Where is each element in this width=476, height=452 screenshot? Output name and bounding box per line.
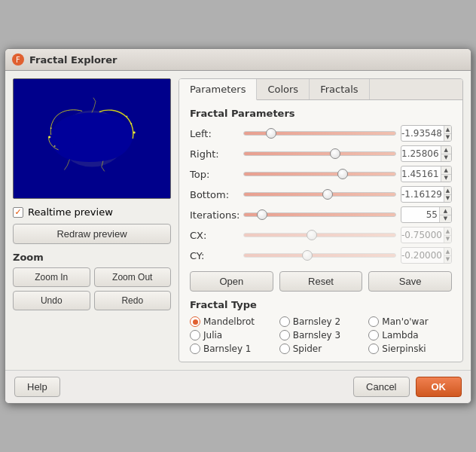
param-spinbox[interactable]: 55▲▼ [401,206,452,223]
tab-colors[interactable]: Colors [257,79,310,99]
param-label: CX: [190,230,239,241]
param-spinbox: -0.20000▲▼ [401,247,452,264]
spinbox-down-arrow[interactable]: ▼ [440,215,451,223]
bottom-bar: Help Cancel OK [5,370,471,403]
param-label: Bottom: [190,189,239,200]
radio-button[interactable] [279,344,290,354]
fractal-preview [13,78,171,199]
spinbox-up-arrow[interactable]: ▲ [444,187,451,195]
radio-button[interactable] [368,344,379,354]
slider-thumb[interactable] [322,189,333,200]
spinbox-up-arrow: ▲ [444,248,451,256]
fractal-type-section: Fractal Type MandelbrotBarnsley 2Man'o'w… [190,299,452,354]
param-row: Iterations:55▲▼ [190,206,452,223]
app-icon: F [11,53,25,66]
params-title: Fractal Parameters [190,108,452,119]
spinbox-down-arrow[interactable]: ▼ [444,134,451,142]
param-spinbox[interactable]: -1.93548▲▼ [401,125,452,142]
radio-label: Spider [293,344,322,354]
reset-button[interactable]: Reset [279,271,363,292]
svg-point-5 [133,132,136,134]
spinbox-arrows: ▲▼ [444,126,451,141]
spinbox-value: -1.16129 [401,189,444,200]
slider-track [243,212,396,217]
radio-button[interactable] [190,344,200,354]
param-spinbox[interactable]: 1.25806▲▼ [401,145,452,162]
slider-thumb[interactable] [266,128,276,139]
radio-button[interactable] [279,316,290,327]
slider-thumb[interactable] [337,169,348,179]
param-row: Left:-1.93548▲▼ [190,125,452,142]
spinbox-arrows: ▲▼ [444,187,451,202]
radio-row[interactable]: Julia [190,330,273,341]
param-spinbox[interactable]: -1.16129▲▼ [401,186,452,203]
fractal-type-title: Fractal Type [190,299,452,310]
slider-track [243,192,396,197]
tab-bar: Parameters Colors Fractals [179,79,462,100]
tab-parameters[interactable]: Parameters [179,79,257,100]
radio-button[interactable] [279,330,290,341]
ok-button[interactable]: OK [416,377,462,397]
undo-button[interactable]: Undo [13,291,90,310]
param-spinbox[interactable]: 1.45161▲▼ [401,166,452,182]
radio-row[interactable]: Mandelbrot [190,316,273,327]
spinbox-up-arrow: ▲ [444,228,451,236]
radio-label: Barnsley 2 [293,316,340,327]
slider-thumb[interactable] [330,148,340,159]
slider-container[interactable] [243,207,396,222]
redraw-button[interactable]: Redraw preview [13,224,171,244]
spinbox-up-arrow[interactable]: ▲ [441,146,451,154]
slider-track [243,172,396,176]
zoom-section-label: Zoom [13,252,171,263]
radio-row[interactable]: Lambda [368,330,452,341]
svg-text:F: F [16,56,20,64]
radio-row[interactable]: Barnsley 2 [279,316,363,327]
radio-row[interactable]: Man'o'war [368,316,452,327]
tab-fractals[interactable]: Fractals [310,79,369,99]
radio-label: Mandelbrot [203,316,255,327]
radio-row[interactable]: Barnsley 3 [279,330,363,341]
realtime-checkbox[interactable] [13,207,23,218]
spinbox-down-arrow[interactable]: ▼ [441,154,451,162]
slider-container [243,228,396,243]
radio-row[interactable]: Barnsley 1 [190,344,273,354]
spinbox-value: 1.45161 [401,169,441,179]
cancel-button[interactable]: Cancel [353,377,409,397]
radio-row[interactable]: Spider [279,344,363,354]
main-window: F Fractal Explorer [5,48,471,404]
slider-thumb[interactable] [257,209,267,220]
spinbox-down-arrow: ▼ [444,256,451,264]
radio-label: Barnsley 3 [293,330,340,341]
slider-thumb [307,230,317,240]
slider-track [243,233,396,237]
svg-point-4 [49,127,76,151]
radio-button[interactable] [190,330,200,341]
param-label: Iterations: [190,209,239,221]
zoom-out-button[interactable]: Zoom Out [94,267,172,287]
open-button[interactable]: Open [190,271,273,292]
slider-container[interactable] [243,187,396,202]
radio-button[interactable] [368,316,379,327]
param-label: Left: [190,128,239,139]
redo-button[interactable]: Redo [94,291,172,310]
param-label: Right: [190,148,239,160]
spinbox-up-arrow[interactable]: ▲ [444,126,451,134]
spinbox-down-arrow[interactable]: ▼ [441,175,451,182]
svg-point-9 [50,127,52,129]
save-button[interactable]: Save [368,271,452,292]
slider-container[interactable] [243,126,396,141]
spinbox-down-arrow[interactable]: ▼ [444,195,451,203]
radio-row[interactable]: Sierpinski [368,344,452,354]
spinbox-value: 55 [401,209,439,220]
right-buttons: Cancel OK [353,377,462,397]
spinbox-up-arrow[interactable]: ▲ [440,207,451,215]
help-button[interactable]: Help [14,377,60,397]
radio-label: Julia [203,330,222,341]
spinbox-up-arrow[interactable]: ▲ [441,166,451,175]
slider-container[interactable] [243,166,396,182]
slider-container[interactable] [243,146,396,161]
radio-button[interactable] [368,330,379,341]
radio-button[interactable] [190,316,200,327]
param-row: Bottom:-1.16129▲▼ [190,186,452,203]
zoom-in-button[interactable]: Zoom In [13,267,90,287]
